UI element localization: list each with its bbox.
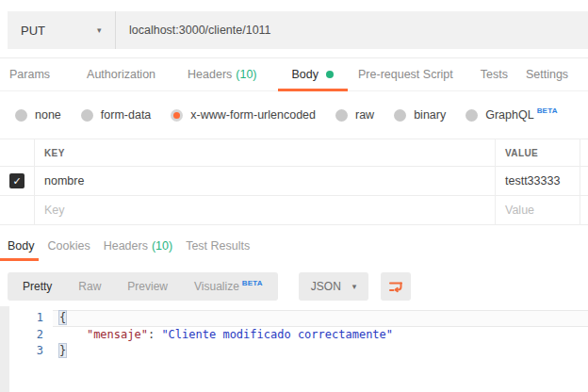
close-brace: } xyxy=(59,344,66,357)
view-pretty-button[interactable]: Pretty xyxy=(23,280,52,293)
method-label: PUT xyxy=(21,24,45,38)
mode-graphql[interactable]: GraphQL BETA xyxy=(466,108,557,122)
code-line-2: "mensaje": "Cliente modificado correctam… xyxy=(53,327,588,344)
header-checkbox-cell xyxy=(0,139,35,166)
response-tabs: Body Cookies Headers (10) Test Results xyxy=(0,230,588,262)
radio-icon xyxy=(394,109,406,122)
mode-none[interactable]: none xyxy=(15,108,61,122)
new-key-input[interactable]: Key xyxy=(35,196,496,224)
line-number: 3 xyxy=(9,343,43,360)
new-value-input[interactable]: Value xyxy=(496,196,580,224)
response-format-dropdown[interactable]: JSON ▾ xyxy=(299,272,369,301)
json-key: "mensaje" xyxy=(87,328,148,341)
visualize-beta-badge: BETA xyxy=(242,279,263,287)
url-bar: PUT ▾ localhost:3000/cliente/1011 xyxy=(8,11,588,49)
radio-icon xyxy=(335,109,348,122)
mode-form-data[interactable]: form-data xyxy=(81,108,152,122)
response-headers-count-badge: (10) xyxy=(152,239,172,253)
mode-binary[interactable]: binary xyxy=(394,108,446,122)
body-mode-selector: none form-data x-www-form-urlencoded raw… xyxy=(0,91,588,139)
radio-selected-icon xyxy=(171,109,183,122)
radio-icon xyxy=(15,109,27,122)
mode-raw[interactable]: raw xyxy=(335,108,374,122)
tab-authorization[interactable]: Authorization xyxy=(87,58,155,90)
response-view-switcher: Pretty Raw Preview VisualizeBETA xyxy=(8,272,278,301)
line-number: 1 xyxy=(9,310,43,327)
chevron-down-icon: ▾ xyxy=(97,11,102,49)
value-input-placeholder: Value xyxy=(505,204,534,217)
postman-request-view: PUT ▾ localhost:3000/cliente/1011 Params… xyxy=(0,0,588,392)
url-value: localhost:3000/cliente/1011 xyxy=(129,24,271,37)
open-brace: { xyxy=(59,311,66,324)
view-raw-button[interactable]: Raw xyxy=(78,280,101,293)
tab-pre-request-script[interactable]: Pre-request Script xyxy=(358,58,453,90)
editor-scrollbar-track[interactable] xyxy=(0,306,9,392)
response-tab-cookies[interactable]: Cookies xyxy=(48,239,90,253)
editor-line-numbers: 1 2 3 xyxy=(9,310,43,360)
mode-x-www-form-urlencoded[interactable]: x-www-form-urlencoded xyxy=(171,108,316,122)
headers-count-badge: (10) xyxy=(236,68,256,81)
value-column-header: VALUE xyxy=(496,139,580,166)
wrap-text-button[interactable] xyxy=(381,272,411,301)
table-header-row: KEY VALUE xyxy=(0,139,588,167)
response-tab-body[interactable]: Body xyxy=(8,239,35,253)
url-input[interactable]: localhost:3000/cliente/1011 xyxy=(117,11,588,49)
tab-headers[interactable]: Headers (10) xyxy=(188,58,256,90)
table-row: ✓ nombre testt33333 xyxy=(0,167,588,196)
wrap-text-icon xyxy=(388,279,403,294)
response-body-editor[interactable]: 1 2 3 { "mensaje": "Cliente modificado c… xyxy=(0,306,588,392)
key-input-placeholder: Key xyxy=(44,204,65,217)
chevron-down-icon: ▾ xyxy=(352,282,357,291)
code-line-1: { xyxy=(53,310,588,327)
json-string-value: "Cliente modificado correctamente" xyxy=(161,328,393,341)
key-cell[interactable]: nombre xyxy=(35,167,496,195)
view-visualize-button[interactable]: VisualizeBETA xyxy=(194,280,263,293)
json-code: { "mensaje": "Cliente modificado correct… xyxy=(53,310,588,360)
tab-body[interactable]: Body xyxy=(292,58,335,90)
check-icon: ✓ xyxy=(12,175,21,187)
radio-icon xyxy=(466,109,478,122)
view-preview-button[interactable]: Preview xyxy=(127,280,168,293)
graphql-beta-badge: BETA xyxy=(537,106,558,115)
row-enabled-checkbox[interactable]: ✓ xyxy=(9,173,24,188)
response-tab-test-results[interactable]: Test Results xyxy=(186,239,250,253)
radio-icon xyxy=(81,109,93,122)
table-new-row: Key Value xyxy=(0,196,588,225)
line-number: 2 xyxy=(9,327,43,344)
code-line-3: } xyxy=(53,343,588,360)
body-content-indicator-dot xyxy=(326,71,334,78)
value-cell[interactable]: testt33333 xyxy=(496,167,580,195)
tab-tests[interactable]: Tests xyxy=(481,58,508,90)
tab-settings[interactable]: Settings xyxy=(526,58,568,90)
key-column-header: KEY xyxy=(35,139,496,166)
urlencoded-kv-table: KEY VALUE ✓ nombre testt33333 Key Value xyxy=(0,139,588,225)
response-tab-headers[interactable]: Headers (10) xyxy=(104,239,172,253)
request-tabs: Params Authorization Headers (10) Body P… xyxy=(0,57,588,91)
tab-params[interactable]: Params xyxy=(9,58,50,90)
response-toolbar: Pretty Raw Preview VisualizeBETA JSON ▾ xyxy=(8,272,411,301)
